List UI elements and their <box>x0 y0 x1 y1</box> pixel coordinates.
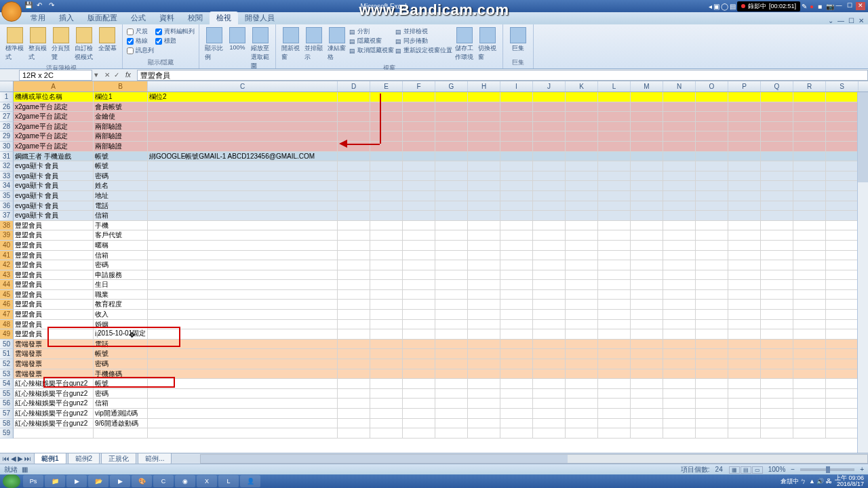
cell[interactable] <box>500 142 533 152</box>
cell[interactable] <box>338 171 370 182</box>
cell[interactable] <box>696 369 728 380</box>
cell[interactable] <box>566 379 598 389</box>
cell[interactable] <box>728 300 761 310</box>
cell[interactable] <box>338 122 370 132</box>
zoom-selection-button[interactable]: 縮放至選取範圍 <box>250 26 271 72</box>
cell[interactable] <box>761 428 793 439</box>
cell[interactable] <box>500 122 533 132</box>
tray-clock[interactable]: 上午 09:06 2016/8/17 <box>835 475 864 487</box>
hscroll-thumb[interactable] <box>201 455 567 463</box>
gridlines-checkbox[interactable]: 格線 <box>127 37 154 45</box>
cell[interactable] <box>761 131 793 142</box>
cell[interactable]: 會員帳號 <box>94 102 148 113</box>
cell[interactable]: 機構或單位名稱 <box>14 92 94 102</box>
cell[interactable]: 信箱 <box>94 399 148 409</box>
cell[interactable]: 豐盟會員 <box>14 290 94 300</box>
cell[interactable] <box>663 359 696 369</box>
cell[interactable] <box>728 211 761 221</box>
cell[interactable] <box>598 161 631 171</box>
cell[interactable] <box>148 181 338 191</box>
cell[interactable] <box>435 251 468 261</box>
cell[interactable] <box>533 131 566 142</box>
cell[interactable] <box>696 131 728 142</box>
cell[interactable] <box>696 349 728 359</box>
cell[interactable] <box>468 389 500 399</box>
cell[interactable] <box>598 340 631 350</box>
cell[interactable] <box>533 161 566 171</box>
cell[interactable] <box>728 142 761 152</box>
macros-button[interactable]: 巨集 <box>507 26 529 54</box>
cell[interactable] <box>435 300 468 310</box>
row-header[interactable]: 48 <box>0 320 14 330</box>
cell[interactable] <box>338 241 370 251</box>
col-header-G[interactable]: G <box>435 81 468 92</box>
cell[interactable] <box>793 389 826 399</box>
cell[interactable] <box>826 201 859 211</box>
cell[interactable] <box>148 419 338 429</box>
cell[interactable] <box>468 221 500 231</box>
cell[interactable] <box>566 349 598 359</box>
cell[interactable] <box>370 340 403 350</box>
cell[interactable] <box>403 201 435 211</box>
cell[interactable]: 豐盟會員 <box>14 260 94 270</box>
cell[interactable] <box>500 340 533 350</box>
cell[interactable] <box>728 102 761 113</box>
cell[interactable] <box>435 379 468 389</box>
qat-undo-icon[interactable]: ↶ <box>37 1 46 11</box>
cell[interactable] <box>500 369 533 380</box>
cell[interactable] <box>338 320 370 330</box>
tray-ime[interactable]: 倉頡中 ㄅ <box>781 477 807 486</box>
cell[interactable] <box>566 181 598 191</box>
cell[interactable] <box>148 300 338 310</box>
cell[interactable]: 信箱 <box>94 251 148 261</box>
unhide-button[interactable]: ▤ 取消隱藏視窗 <box>349 46 394 55</box>
cell[interactable] <box>696 300 728 310</box>
cell[interactable] <box>631 161 663 171</box>
cell[interactable] <box>500 428 533 439</box>
cell[interactable] <box>631 340 663 350</box>
cell[interactable]: 兩部驗證 <box>94 142 148 152</box>
cell[interactable] <box>696 419 728 429</box>
cell[interactable] <box>468 131 500 142</box>
cell[interactable] <box>435 191 468 201</box>
cell[interactable] <box>435 122 468 132</box>
cell[interactable]: 地址 <box>94 191 148 201</box>
zoom-slider[interactable] <box>800 468 854 471</box>
cell[interactable] <box>533 152 566 162</box>
cell[interactable] <box>728 349 761 359</box>
cell[interactable] <box>435 409 468 419</box>
cell[interactable] <box>566 310 598 320</box>
cell[interactable] <box>338 112 370 122</box>
cell[interactable] <box>696 251 728 261</box>
cell[interactable] <box>631 142 663 152</box>
cell[interactable] <box>148 310 338 320</box>
cell[interactable] <box>696 191 728 201</box>
cell[interactable] <box>435 142 468 152</box>
cell[interactable] <box>728 359 761 369</box>
cell[interactable] <box>663 112 696 122</box>
cell[interactable] <box>663 201 696 211</box>
new-window-button[interactable]: 開新視窗 <box>280 26 302 63</box>
cell[interactable] <box>631 419 663 429</box>
cell[interactable] <box>370 389 403 399</box>
row-header[interactable]: 43 <box>0 270 14 281</box>
cell[interactable] <box>631 290 663 300</box>
cell[interactable] <box>696 152 728 162</box>
cell[interactable] <box>793 241 826 251</box>
cell[interactable] <box>598 300 631 310</box>
cell[interactable] <box>728 280 761 290</box>
cell[interactable] <box>500 329 533 340</box>
cell[interactable] <box>533 280 566 290</box>
cell[interactable] <box>468 260 500 270</box>
cell[interactable] <box>663 171 696 182</box>
cell[interactable]: 暱稱 <box>94 241 148 251</box>
cell[interactable] <box>403 369 435 380</box>
cell[interactable] <box>468 280 500 290</box>
taskbar-app-10[interactable]: 👤 <box>240 475 260 487</box>
cell[interactable]: 紅心辣椒娛樂平台gunz2 <box>14 379 94 389</box>
cell[interactable] <box>566 320 598 330</box>
cell[interactable] <box>566 102 598 113</box>
cell[interactable] <box>435 399 468 409</box>
cell[interactable] <box>533 122 566 132</box>
cell[interactable] <box>826 428 859 439</box>
